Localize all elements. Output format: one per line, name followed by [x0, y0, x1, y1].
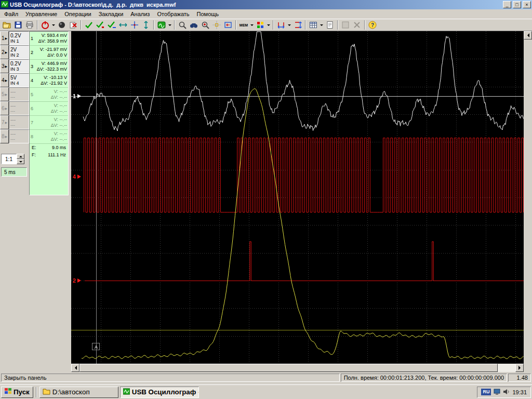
- channel-row-6: 6▶ ------: [0, 101, 29, 115]
- clock[interactable]: 19:31: [512, 389, 527, 395]
- memory-icon[interactable]: MEM: [238, 19, 249, 31]
- measurement-row-3: 3V: 446.9 mVΔV: -322.3 mV: [30, 60, 68, 74]
- scale-down-button[interactable]: [17, 159, 24, 164]
- toolbar-separator: [305, 20, 306, 30]
- channel-6-button[interactable]: 6▶: [0, 101, 9, 115]
- oscilloscope-canvas[interactable]: [71, 31, 524, 364]
- help-icon[interactable]: ?: [367, 19, 378, 31]
- data-table-icon[interactable]: [308, 19, 319, 31]
- display-mode-icon[interactable]: [156, 19, 167, 31]
- channel-7-settings[interactable]: ------: [9, 115, 29, 129]
- channel-6-settings[interactable]: ------: [9, 101, 29, 115]
- scrollbar-track[interactable]: [79, 364, 515, 372]
- open-file-icon[interactable]: [1, 19, 12, 31]
- crosshair-icon[interactable]: [129, 19, 140, 31]
- scroll-left-button[interactable]: [71, 364, 79, 372]
- system-tray: RU 19:31: [477, 387, 531, 398]
- display-mode-dropdown[interactable]: [167, 19, 172, 31]
- measurement-row-4: 4V: -10.13 VΔV: -21.92 V: [30, 74, 68, 88]
- menu-item-display[interactable]: Отображать: [153, 10, 193, 18]
- report-icon[interactable]: [324, 19, 336, 31]
- menu-item-operations[interactable]: Операции: [61, 10, 95, 18]
- fit-view-icon[interactable]: [222, 19, 234, 31]
- task-button-oscilloscope[interactable]: USB Осциллограф - D...: [120, 387, 199, 398]
- measure-check-ruler-icon[interactable]: [106, 19, 117, 31]
- measure-vertical-icon[interactable]: [292, 19, 303, 31]
- toolbar-separator: [153, 20, 154, 30]
- channel-1-settings[interactable]: 0.2VIN 1: [9, 31, 29, 45]
- channel-8-settings[interactable]: ------: [9, 129, 29, 143]
- task-button-folder[interactable]: D:\автоскоп: [39, 387, 118, 398]
- disabled-close-icon: [351, 19, 363, 31]
- channel-panel: 1▶ 0.2VIN 1 2▶ 2VIN 2 3▶ 0.2VIN 3 4▶ 5VI…: [0, 31, 29, 372]
- stop-acquisition-icon[interactable]: [39, 19, 51, 31]
- oscilloscope-app-icon: [123, 388, 130, 396]
- zoom-icon[interactable]: [177, 19, 188, 31]
- channel-2-settings[interactable]: 2VIN 2: [9, 45, 29, 59]
- menu-item-bookmarks[interactable]: Закладки: [95, 10, 127, 18]
- toolbar-separator: [81, 20, 82, 30]
- measure-horizontal-dropdown[interactable]: [287, 19, 292, 31]
- single-capture-icon[interactable]: [56, 19, 68, 31]
- svg-text:?: ?: [371, 22, 374, 28]
- start-button[interactable]: Пуск: [1, 387, 33, 398]
- pan-vertical-icon[interactable]: [140, 19, 152, 31]
- measurements-panel: 1V: 593.4 mVΔV: 358.9 mV 2V: -21.97 mVΔV…: [29, 31, 69, 195]
- save-icon[interactable]: [12, 19, 24, 31]
- cursor-mode-icon[interactable]: [211, 19, 222, 31]
- menu-item-control[interactable]: Управление: [22, 10, 61, 18]
- scrollbar-thumb[interactable]: [79, 364, 498, 372]
- channel-4-settings[interactable]: 5VIN 4: [9, 73, 29, 87]
- tray-device-icon[interactable]: [494, 389, 500, 396]
- minimize-button[interactable]: _: [503, 1, 511, 8]
- menu-item-analysis[interactable]: Анализ: [127, 10, 153, 18]
- language-indicator[interactable]: RU: [481, 389, 491, 395]
- windows-logo-icon: [5, 388, 12, 396]
- measure-horizontal-icon[interactable]: [275, 19, 287, 31]
- channel-2-button[interactable]: 2▶: [0, 45, 9, 59]
- measure-check-icon[interactable]: [83, 19, 95, 31]
- channel-5-button[interactable]: 5▶: [0, 87, 9, 101]
- channel-row-4: 4▶ 5VIN 4: [0, 73, 29, 87]
- erase-icon[interactable]: [68, 19, 79, 31]
- data-table-dropdown[interactable]: [319, 19, 324, 31]
- close-panel-label[interactable]: Закрыть панель: [1, 374, 340, 382]
- search-icon[interactable]: [188, 19, 200, 31]
- channel-row-7: 7▶ ------: [0, 115, 29, 129]
- channel-4-button[interactable]: 4▶: [0, 73, 9, 87]
- measure-check-marker-icon[interactable]: [95, 19, 106, 31]
- taskbar-separator: [36, 387, 37, 397]
- channel-row-3: 3▶ 0.2VIN 3: [0, 59, 29, 73]
- close-button[interactable]: ×: [523, 1, 531, 8]
- channel-7-button[interactable]: 7▶: [0, 115, 9, 129]
- channel-colors-dropdown[interactable]: [266, 19, 271, 31]
- channel-colors-icon[interactable]: [255, 19, 266, 31]
- menu-item-help[interactable]: Помощь: [193, 10, 223, 18]
- desktop: USB Осциллограф - D:\автоскоп\д.д. д.р. …: [0, 0, 532, 399]
- folder-icon: [43, 388, 50, 396]
- channel-1-button[interactable]: 1▶: [0, 31, 9, 45]
- toolbar: MEM ?: [0, 19, 532, 31]
- channel-3-button[interactable]: 3▶: [0, 59, 9, 73]
- memory-dropdown[interactable]: [249, 19, 255, 31]
- panel-toggle-button[interactable]: [524, 31, 532, 39]
- zoom-in-icon[interactable]: [200, 19, 211, 31]
- stop-dropdown[interactable]: [51, 19, 56, 31]
- menu-item-file[interactable]: Файл: [1, 10, 22, 18]
- channel-5-settings[interactable]: ------: [9, 87, 29, 101]
- timebase-value[interactable]: 5 ms: [1, 167, 27, 177]
- print-icon[interactable]: [24, 19, 35, 31]
- window-title: USB Осциллограф - D:\автоскоп\д.д. д.р. …: [10, 2, 501, 8]
- measurement-row-8: 8V: --.--ΔV: --.--: [30, 130, 68, 144]
- scroll-right-button[interactable]: [515, 364, 524, 372]
- pan-horizontal-icon[interactable]: [117, 19, 129, 31]
- volume-icon[interactable]: [503, 389, 510, 396]
- maximize-button[interactable]: □: [513, 1, 521, 8]
- measurement-row-7: 7V: --.--ΔV: --.--: [30, 116, 68, 130]
- measurement-row-6: 6V: --.--ΔV: --.--: [30, 102, 68, 116]
- horizontal-scrollbar: [71, 364, 524, 372]
- scale-value[interactable]: 1:1: [1, 154, 17, 164]
- channel-8-button[interactable]: 8▶: [0, 129, 9, 143]
- scale-up-button[interactable]: [17, 154, 24, 159]
- channel-3-settings[interactable]: 0.2VIN 3: [9, 59, 29, 73]
